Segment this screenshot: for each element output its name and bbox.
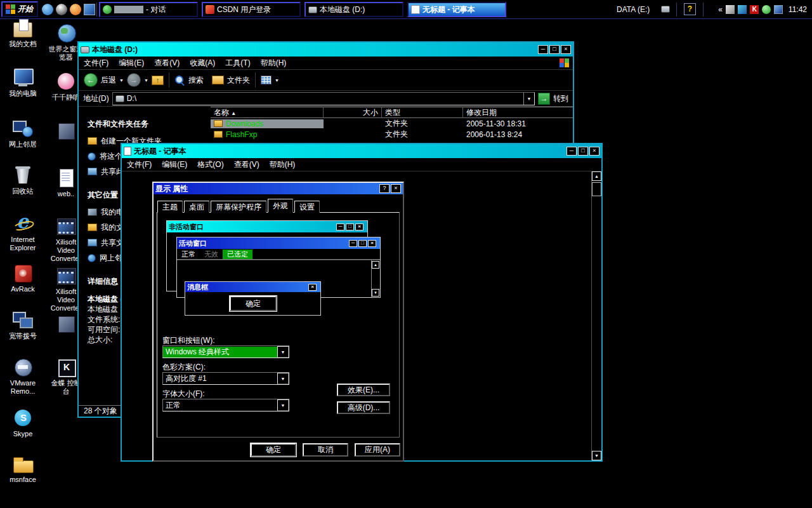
minimize-button[interactable]: ─ <box>538 45 548 54</box>
desktop-icon-msnface[interactable]: msnface <box>3 453 43 484</box>
vertical-scrollbar[interactable]: ▲ ▼ <box>591 171 601 460</box>
menu-file[interactable]: 文件(F) <box>122 159 157 170</box>
drive-toolbar-label[interactable]: DATA (E:) <box>617 5 650 14</box>
tab-settings[interactable]: 设置 <box>294 201 320 213</box>
menu-help[interactable]: 帮助(H) <box>256 58 292 69</box>
column-header-size[interactable]: 大小 <box>324 107 382 118</box>
desktop-icon-skype[interactable]: Skype <box>3 408 43 438</box>
menu-help[interactable]: 帮助(H) <box>265 159 301 170</box>
scroll-down-icon[interactable]: ▼ <box>592 451 601 460</box>
quicklaunch-messenger-icon[interactable] <box>56 4 67 15</box>
quicklaunch-world-icon[interactable] <box>42 4 53 15</box>
close-button[interactable]: × <box>561 45 571 54</box>
column-header-name[interactable]: 名称 ▲ <box>211 107 324 118</box>
file-name-cell[interactable]: Downloads <box>211 119 324 128</box>
menu-edit[interactable]: 编辑(E) <box>157 159 192 170</box>
go-icon[interactable]: → <box>538 93 550 105</box>
antivirus-icon[interactable] <box>750 5 759 14</box>
display-settings-icon[interactable] <box>774 5 783 14</box>
tab-themes[interactable]: 主题 <box>157 201 183 213</box>
close-button[interactable]: × <box>589 147 599 156</box>
file-row[interactable]: FlashFxp 文件夹 2006-01-13 8:24 <box>211 129 573 140</box>
task-button-csdn[interactable]: CSDN 用户登录 <box>202 2 301 17</box>
views-dropdown-icon[interactable]: ▼ <box>275 78 279 83</box>
go-label[interactable]: 转到 <box>553 93 568 104</box>
clock[interactable]: 11:42 <box>789 5 807 14</box>
window-buttons-combo[interactable]: Windows 经典样式 ▼ <box>162 345 289 358</box>
views-icon[interactable] <box>261 76 272 84</box>
quicklaunch-media-icon[interactable] <box>70 4 81 15</box>
quicklaunch-show-desktop-icon[interactable] <box>84 4 95 15</box>
up-button[interactable]: ↑ <box>152 76 164 85</box>
back-button[interactable]: ← <box>84 73 98 87</box>
tab-desktop[interactable]: 桌面 <box>184 201 209 213</box>
close-button: × <box>355 224 363 231</box>
menu-format[interactable]: 格式(O) <box>192 159 228 170</box>
task-button-chat[interactable]: - 对话 <box>99 2 198 17</box>
explorer-title-bar[interactable]: 本地磁盘 (D:) ─ □ × <box>79 43 573 57</box>
task-button-local-disk[interactable]: 本地磁盘 (D:) <box>304 2 403 17</box>
menu-view[interactable]: 查看(V) <box>229 159 265 170</box>
cancel-button[interactable]: 取消 <box>303 443 348 457</box>
ok-button[interactable]: 确定 <box>251 443 296 457</box>
search-icon[interactable] <box>174 75 185 86</box>
scrollbar-thumb[interactable] <box>592 182 601 196</box>
desktop-icon-recycle-bin[interactable]: 回收站 <box>3 165 43 196</box>
menu-view[interactable]: 查看(V) <box>149 58 185 69</box>
menu-tools[interactable]: 工具(T) <box>220 58 255 69</box>
scroll-down-icon: ▼ <box>372 289 379 297</box>
back-label[interactable]: 后退 <box>101 75 116 86</box>
menu-favorites[interactable]: 收藏(A) <box>185 58 220 69</box>
tray-expand-icon[interactable]: « <box>718 5 723 14</box>
desktop-icon-network-places[interactable]: 网上邻居 <box>3 118 43 149</box>
font-size-combo[interactable]: 正常 ▼ <box>162 399 289 411</box>
folders-label[interactable]: 文件夹 <box>227 75 250 86</box>
maximize-button[interactable]: □ <box>549 45 560 54</box>
address-input[interactable]: D:\ ▼ <box>112 92 535 105</box>
maximize-button[interactable]: □ <box>578 147 588 156</box>
effects-button[interactable]: 效果(E)... <box>337 384 390 396</box>
taskbar-separator <box>676 3 677 17</box>
desktop-icon-my-documents[interactable]: 我的文档 <box>3 18 43 48</box>
task-button-notepad[interactable]: 无标题 - 记事本 <box>407 2 506 17</box>
file-row[interactable]: Downloads 文件夹 2005-11-30 18:31 <box>211 118 573 129</box>
dropdown-icon[interactable]: ▼ <box>277 399 289 411</box>
network-icon[interactable] <box>738 5 747 14</box>
folders-icon[interactable] <box>212 76 224 84</box>
menu-edit[interactable]: 编辑(E) <box>114 58 149 69</box>
advanced-button[interactable]: 高级(D)... <box>337 401 390 414</box>
menu-file[interactable]: 文件(F) <box>79 58 114 69</box>
close-button[interactable]: × <box>391 184 401 193</box>
desktop-icon-internet-explorer[interactable]: Internet Explorer <box>3 213 43 252</box>
apply-button[interactable]: 应用(A) <box>355 443 400 457</box>
forward-dropdown-icon[interactable]: ▼ <box>144 78 148 83</box>
close-button: × <box>308 284 317 291</box>
dropdown-icon[interactable]: ▼ <box>277 373 289 384</box>
address-dropdown-icon[interactable]: ▼ <box>523 93 534 105</box>
tab-screensaver[interactable]: 屏幕保护程序 <box>211 201 266 213</box>
desktop-icon-broadband-dialup[interactable]: 宽带拨号 <box>3 310 43 340</box>
forward-button[interactable]: → <box>127 73 141 87</box>
vmware-icon <box>12 357 34 377</box>
back-dropdown-icon[interactable]: ▼ <box>119 78 124 83</box>
column-header-modified[interactable]: 修改日期 <box>463 107 573 118</box>
folder-icon <box>214 120 223 127</box>
volume-icon[interactable] <box>726 5 735 14</box>
column-header-type[interactable]: 类型 <box>382 107 463 118</box>
help-icon[interactable]: ? <box>684 3 696 15</box>
search-label[interactable]: 搜索 <box>188 75 204 86</box>
dialog-title-bar[interactable]: 显示 属性 ? × <box>154 183 403 194</box>
start-button[interactable]: 开始 <box>1 1 38 17</box>
file-name-cell[interactable]: FlashFxp <box>211 130 324 139</box>
desktop-icon-avrack[interactable]: AvRack <box>3 263 43 293</box>
scroll-up-icon[interactable]: ▲ <box>592 171 601 181</box>
tab-appearance[interactable]: 外观 <box>268 199 293 213</box>
help-button[interactable]: ? <box>379 184 390 193</box>
dropdown-icon[interactable]: ▼ <box>277 346 289 358</box>
desktop-icon-my-computer[interactable]: 我的电脑 <box>3 67 43 98</box>
messenger-icon[interactable] <box>762 5 771 14</box>
notepad-title-bar[interactable]: 无标题 - 记事本 ─ □ × <box>122 144 601 158</box>
desktop-icon-vmware[interactable]: VMware Remo... <box>3 357 43 396</box>
color-scheme-combo[interactable]: 高对比度 #1 ▼ <box>162 372 289 385</box>
minimize-button[interactable]: ─ <box>566 147 577 156</box>
